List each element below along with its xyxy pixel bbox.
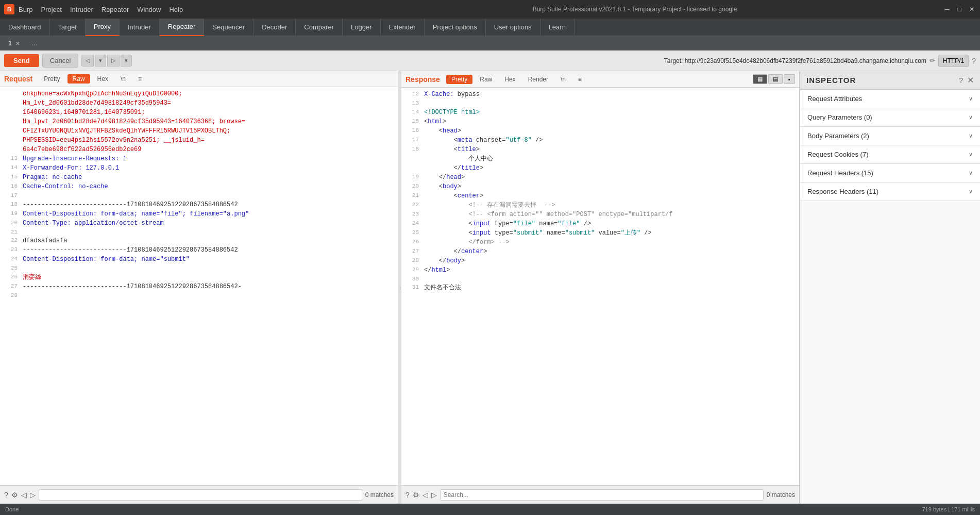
http-version-selector[interactable]: HTTP/1 [938,55,969,67]
main-nav: Dashboard Target Proxy Intruder Repeater… [0,19,980,36]
tab-repeater[interactable]: Repeater [160,19,204,36]
menu-window[interactable]: Window [137,6,161,13]
menu-bar: Burp Project Intruder Repeater Window He… [19,6,327,13]
request-code-area[interactable]: chkphone=acWxNpxhQpDiAchhNuSnEqyiQuDIO00… [0,87,398,485]
status-right: 719 bytes | 171 millis [922,506,975,512]
table-row: 15Pragma: no-cache [0,173,398,182]
menu-intruder[interactable]: Intruder [70,6,93,13]
response-search-next[interactable]: ▷ [431,491,437,499]
repeater-toolbar: Send Cancel ◁ ▾ ▷ ▾ Target: http://9c23a… [0,51,980,71]
request-tab-newline[interactable]: \n [115,74,131,84]
table-row: 16 <head> [401,126,799,136]
inspector-section-query-header[interactable]: Query Parameters (0) ∨ [800,108,980,126]
send-button[interactable]: Send [4,54,39,67]
edit-target-icon[interactable]: ✏ [930,57,935,64]
menu-project[interactable]: Project [41,6,61,13]
table-row: 22dfadsafadsfa [0,236,398,245]
table-row: chkphone=acWxNpxhQpDiAchhNuSnEqyiQuDIO00… [0,89,398,98]
title-bar: B Burp Project Intruder Repeater Window … [0,0,980,19]
menu-help[interactable]: Help [169,6,183,13]
response-tab-pretty[interactable]: Pretty [446,75,472,84]
response-tab-raw[interactable]: Raw [475,75,497,84]
inspector-query-chevron: ∨ [969,114,973,121]
response-tab-menu[interactable]: ≡ [573,75,587,84]
table-row: 13Upgrade-Insecure-Requests: 1 [0,154,398,163]
view-list-button[interactable]: ▤ [768,74,783,84]
response-search-input[interactable] [440,489,764,501]
table-row: 20Content-Type: application/octet-stream [0,219,398,228]
view-grid-button[interactable]: ▦ [753,74,767,84]
request-help-icon[interactable]: ? [4,491,8,499]
tab-sequencer[interactable]: Sequencer [204,19,254,36]
table-row: 29</html> [401,265,799,275]
response-search-bar: ? ⚙ ◁ ▷ 0 matches [401,485,799,504]
tab-logger[interactable]: Logger [343,19,380,36]
subtab-1[interactable]: 1 ✕ [3,39,25,48]
request-tab-menu[interactable]: ≡ [133,74,147,84]
tab-extender[interactable]: Extender [381,19,425,36]
request-search-prev[interactable]: ◁ [21,491,27,499]
menu-burp[interactable]: Burp [19,6,32,13]
inspector-section-resp-headers-header[interactable]: Response Headers (11) ∨ [800,182,980,201]
table-row: 23----------------------------1710810469… [0,245,398,255]
forward-dropdown[interactable]: ▾ [121,55,132,67]
minimize-button[interactable]: ─ [943,5,951,13]
inspector-section-cookies-header[interactable]: Request Cookies (7) ∨ [800,145,980,163]
back-button[interactable]: ◁ [81,55,94,67]
table-row: 18----------------------------1710810469… [0,200,398,209]
view-compact-button[interactable]: ▪ [784,74,795,84]
tab-decoder[interactable]: Decoder [254,19,296,36]
table-row: Hm_lvt_2d0601bd28de7d49818249cf35d95943= [0,98,398,108]
cancel-button[interactable]: Cancel [42,54,78,68]
inspector-section-body-label: Body Parameters (2) [807,132,969,140]
tab-comparer[interactable]: Comparer [296,19,343,36]
table-row: 25 [0,264,398,273]
table-row: 16Cache-Control: no-cache [0,182,398,191]
response-settings-icon[interactable]: ⚙ [413,491,419,499]
tab-learn[interactable]: Learn [540,19,575,36]
close-button[interactable]: ✕ [968,5,976,13]
response-help-icon[interactable]: ? [405,491,410,499]
response-search-prev[interactable]: ◁ [423,491,428,499]
inspector-section-resp-headers-label: Response Headers (11) [807,188,969,195]
tab-project-options[interactable]: Project options [425,19,486,36]
inspector-close-icon[interactable]: ✕ [967,75,974,85]
table-row: 25 <input type="submit" name="submit" va… [401,228,799,238]
response-tab-hex[interactable]: Hex [499,75,520,84]
table-row: 28 [0,291,398,300]
inspector-section-query-label: Query Parameters (0) [807,113,969,121]
inspector-section-req-headers-header[interactable]: Request Headers (15) ∨ [800,164,980,182]
inspector-help-icon[interactable]: ? [959,76,963,85]
response-code-area[interactable]: 12X-Cache: bypass1314<!DOCTYPE html>15<h… [401,88,799,485]
table-row: 26消娈絲 [0,273,398,282]
table-row: 个人中心 [401,154,799,163]
main-area: Request Pretty Raw Hex \n ≡ chkphone=acW… [0,71,980,504]
table-row: 27----------------------------1710810469… [0,282,398,291]
request-tab-pretty[interactable]: Pretty [39,74,65,84]
tab-user-options[interactable]: User options [486,19,540,36]
forward-button[interactable]: ▷ [107,55,120,67]
request-tab-hex[interactable]: Hex [92,74,113,84]
response-tab-render[interactable]: Render [523,75,553,84]
subtab-close[interactable]: ✕ [15,41,20,46]
subtab-more[interactable]: ... [27,39,42,48]
tab-intruder[interactable]: Intruder [120,19,160,36]
inspector-section-body-header[interactable]: Body Parameters (2) ∨ [800,127,980,145]
inspector-section-attributes-header[interactable]: Request Attributes ∨ [800,90,980,108]
tab-dashboard[interactable]: Dashboard [0,19,50,36]
request-tab-raw[interactable]: Raw [67,74,90,84]
response-tab-newline[interactable]: \n [555,75,571,84]
toolbar-help-icon[interactable]: ? [972,57,976,65]
maximize-button[interactable]: □ [955,5,964,13]
back-dropdown[interactable]: ▾ [95,55,106,67]
inspector-panel: INSPECTOR ? ✕ Request Attributes ∨ Query… [800,71,980,504]
request-search-input[interactable] [39,489,362,501]
tab-target[interactable]: Target [50,19,86,36]
menu-repeater[interactable]: Repeater [102,6,129,13]
table-row: </title> [401,163,799,173]
request-search-next[interactable]: ▷ [30,491,36,499]
table-row: 14X-Forwarded-For: 127.0.0.1 [0,163,398,173]
tab-proxy[interactable]: Proxy [86,19,120,36]
inspector-title: INSPECTOR [806,76,959,85]
request-settings-icon[interactable]: ⚙ [11,491,18,499]
